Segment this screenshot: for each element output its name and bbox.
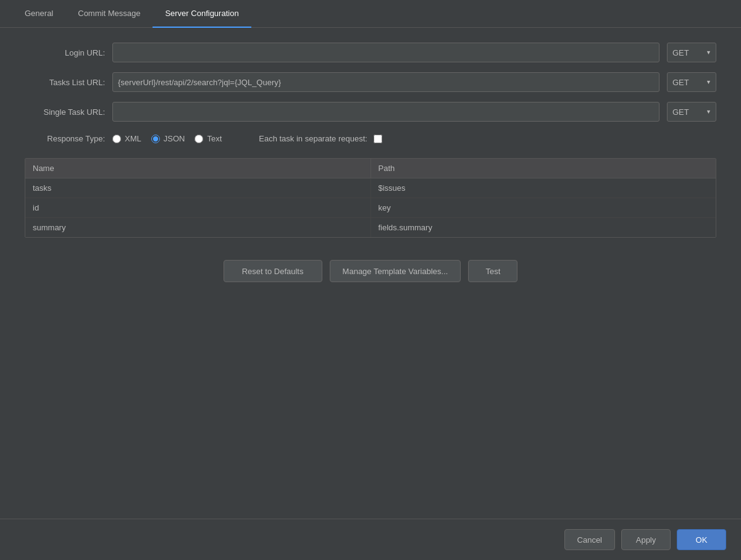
single-task-url-row: Single Task URL: GET POST PUT DELETE [25, 102, 716, 122]
table-row[interactable]: id key [25, 198, 716, 218]
apply-button[interactable]: Apply [621, 529, 671, 550]
login-url-input[interactable] [112, 43, 659, 62]
login-url-method-select[interactable]: GET POST PUT DELETE [667, 43, 716, 62]
tab-server-configuration[interactable]: Server Configuration [153, 0, 251, 28]
radio-text[interactable]: Text [195, 134, 222, 143]
dialog-footer: Cancel Apply OK [0, 519, 741, 560]
table-header-row: Name Path [25, 159, 716, 178]
each-task-label: Each task in separate request: [259, 134, 367, 143]
action-buttons-area: Reset to Defaults Manage Template Variab… [25, 260, 716, 282]
table-scroll-area[interactable]: tasks $issues id key summary fields.summ… [25, 178, 716, 237]
tasks-list-url-input[interactable] [112, 72, 659, 92]
radio-xml[interactable]: XML [112, 134, 141, 143]
single-task-url-method-select[interactable]: GET POST PUT DELETE [667, 102, 716, 122]
tasks-list-url-row: Tasks List URL: GET POST PUT DELETE [25, 72, 716, 92]
single-task-url-method-wrapper: GET POST PUT DELETE [667, 102, 716, 122]
each-task-checkbox-item[interactable] [374, 135, 382, 143]
tasks-list-url-method-wrapper: GET POST PUT DELETE [667, 72, 716, 92]
cancel-button[interactable]: Cancel [564, 529, 615, 550]
manage-template-variables-button[interactable]: Manage Template Variables... [330, 260, 461, 282]
response-type-row: Response Type: XML JSON Text Each task i… [25, 134, 716, 143]
col-header-name: Name [25, 159, 371, 178]
tab-commit-message[interactable]: Commit Message [65, 0, 153, 28]
reset-to-defaults-button[interactable]: Reset to Defaults [224, 260, 322, 282]
single-task-url-label: Single Task URL: [25, 107, 105, 117]
dialog: General Commit Message Server Configurat… [0, 0, 741, 560]
radio-json[interactable]: JSON [151, 134, 185, 143]
content-area: Login URL: GET POST PUT DELETE Tasks Lis… [0, 28, 741, 297]
mapping-table-container: Name Path tasks $issues id key [25, 158, 716, 238]
response-type-radio-group: XML JSON Text [112, 134, 222, 143]
tab-general[interactable]: General [12, 0, 65, 28]
response-type-label: Response Type: [25, 134, 105, 143]
mapping-table-body: tasks $issues id key summary fields.summ… [25, 178, 716, 237]
login-url-label: Login URL: [25, 48, 105, 57]
login-url-row: Login URL: GET POST PUT DELETE [25, 43, 716, 62]
each-task-checkbox[interactable] [374, 135, 382, 143]
col-header-path: Path [371, 159, 716, 178]
table-row[interactable]: summary fields.summary [25, 218, 716, 238]
table-cell-name: summary [25, 218, 371, 238]
radio-xml-label: XML [125, 134, 141, 143]
test-button[interactable]: Test [468, 260, 517, 282]
radio-xml-input[interactable] [112, 135, 121, 143]
tasks-list-url-method-select[interactable]: GET POST PUT DELETE [667, 72, 716, 92]
tab-bar: General Commit Message Server Configurat… [0, 0, 741, 28]
table-row[interactable]: tasks $issues [25, 178, 716, 198]
single-task-url-input[interactable] [112, 102, 659, 122]
radio-text-label: Text [207, 134, 222, 143]
radio-text-input[interactable] [195, 135, 203, 143]
table-cell-name: tasks [25, 178, 371, 198]
table-cell-path: key [371, 198, 716, 218]
table-cell-name: id [25, 198, 371, 218]
mapping-table: Name Path [25, 159, 716, 178]
tasks-list-url-label: Tasks List URL: [25, 78, 105, 87]
table-cell-path: $issues [371, 178, 716, 198]
radio-json-label: JSON [164, 134, 185, 143]
table-cell-path: fields.summary [371, 218, 716, 238]
table-body: tasks $issues id key summary fields.summ… [25, 178, 716, 237]
ok-button[interactable]: OK [677, 529, 726, 550]
login-url-method-wrapper: GET POST PUT DELETE [667, 43, 716, 62]
radio-json-input[interactable] [151, 135, 160, 143]
